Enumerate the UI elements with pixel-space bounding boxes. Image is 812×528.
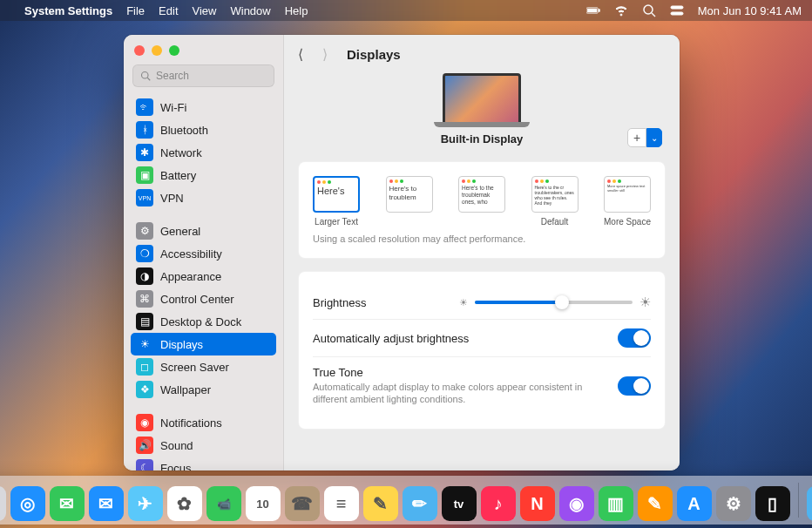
sidebar-item-label: Screen Saver	[160, 361, 229, 374]
forward-button[interactable]: ⟩	[322, 46, 336, 63]
dock-app-calendar[interactable]: 10	[246, 486, 281, 521]
menu-view[interactable]: View	[193, 4, 217, 17]
sidebar-item-screen-saver[interactable]: ◻Screen Saver	[131, 355, 276, 378]
dock-app-podcasts[interactable]: ◉	[559, 486, 594, 521]
brightness-row: Brightness ☀ ☀	[313, 286, 651, 320]
battery-status-icon[interactable]	[586, 3, 600, 17]
dock-app-safari[interactable]: ◎	[10, 486, 45, 521]
sidebar-item-network[interactable]: ✱Network	[131, 141, 276, 164]
dock-app-mail[interactable]: ✉	[89, 486, 124, 521]
titlebar: ⟨ ⟩ Displays	[284, 35, 680, 73]
sound-icon: 🔊	[136, 437, 153, 454]
menu-file[interactable]: File	[126, 4, 145, 17]
resolution-option-1[interactable]: Here's to troublem	[386, 176, 433, 227]
dock-app-music[interactable]: ♪	[481, 486, 516, 521]
sidebar-item-control-center[interactable]: ⌘Control Center	[131, 288, 276, 310]
dock-app-photos[interactable]: ✿	[167, 486, 202, 521]
svg-rect-1	[587, 9, 597, 12]
brightness-slider[interactable]	[475, 301, 633, 304]
auto-brightness-row: Automatically adjust brightness	[313, 320, 651, 357]
dock-app-notes[interactable]: ✎	[363, 486, 398, 521]
dock: ☺⊞◎✉✉✈✿📹10☎≡✎✏tv♪N◉▥✎A⚙▯⬇🗑	[0, 476, 812, 525]
display-name: Built-in Display	[301, 132, 662, 146]
sidebar-item-appearance[interactable]: ◑Appearance	[131, 265, 276, 288]
dock-app-numbers[interactable]: ▥	[599, 486, 633, 521]
resolution-option-0[interactable]: Here'sLarger Text	[313, 176, 360, 227]
resolution-option-2[interactable]: Here's to the troublemak ones, who	[458, 176, 505, 227]
spotlight-icon[interactable]	[642, 3, 656, 17]
back-button[interactable]: ⟨	[298, 46, 312, 63]
wifi-icon: ᯤ	[136, 98, 153, 116]
sidebar-item-label: Network	[160, 146, 202, 159]
battery-icon: ▣	[136, 166, 153, 184]
sidebar-item-wallpaper[interactable]: ❖Wallpaper	[131, 378, 276, 401]
dock-app-news[interactable]: N	[520, 486, 555, 521]
dock-app-facetime[interactable]: 📹	[206, 486, 241, 521]
sidebar-item-bluetooth[interactable]: ᚼBluetooth	[131, 118, 276, 141]
sidebar-item-label: Sound	[160, 439, 193, 452]
close-window-button[interactable]	[134, 45, 145, 56]
resolution-option-3[interactable]: Here's to the cr troublemakers, ones who…	[531, 176, 579, 227]
menubar: System Settings File Edit View Window He…	[0, 0, 812, 21]
resolution-option-4[interactable]: More space preview text smaller stillMor…	[604, 176, 651, 227]
control-center-icon[interactable]	[670, 3, 684, 17]
menu-help[interactable]: Help	[285, 4, 308, 17]
dock-app-reminders[interactable]: ≡	[324, 486, 359, 521]
sidebar: Search ᯤWi-FiᚼBluetooth✱Network▣BatteryV…	[124, 35, 284, 470]
dock-app-pages[interactable]: ✎	[638, 486, 673, 521]
svg-rect-6	[671, 12, 683, 15]
auto-brightness-toggle[interactable]	[618, 328, 651, 348]
sidebar-item-label: Focus	[160, 462, 191, 471]
sidebar-item-label: VPN	[160, 192, 184, 205]
appearance-icon: ◑	[136, 267, 153, 285]
sidebar-item-desktop-dock[interactable]: ▤Desktop & Dock	[131, 310, 276, 333]
resolution-card: Here'sLarger TextHere's to troublemHere'…	[298, 161, 666, 259]
dock-app-settings[interactable]: ⚙	[716, 486, 751, 521]
zoom-window-button[interactable]	[169, 45, 179, 56]
sidebar-item-battery[interactable]: ▣Battery	[131, 164, 276, 186]
true-tone-label: True Tone	[313, 366, 618, 379]
control-center-icon: ⌘	[136, 290, 153, 308]
display-settings-card: Brightness ☀ ☀ Automatically adjust brig…	[298, 271, 666, 430]
true-tone-row: True Tone Automatically adapt display to…	[313, 357, 651, 415]
minimize-window-button[interactable]	[152, 45, 162, 56]
sidebar-item-displays[interactable]: ☀Displays	[131, 333, 276, 355]
sidebar-item-sound[interactable]: 🔊Sound	[131, 434, 276, 457]
menu-edit[interactable]: Edit	[159, 4, 178, 17]
wifi-status-icon[interactable]	[614, 3, 628, 17]
dock-app-tv[interactable]: tv	[442, 486, 477, 521]
sidebar-item-general[interactable]: ⚙General	[131, 220, 276, 242]
search-input[interactable]: Search	[132, 64, 274, 87]
vpn-icon: VPN	[136, 189, 153, 206]
sidebar-item-vpn[interactable]: VPNVPN	[131, 186, 276, 209]
dock-app-launchpad[interactable]: ⊞	[0, 486, 6, 521]
displays-icon: ☀	[136, 335, 153, 353]
sidebar-item-focus[interactable]: ☾Focus	[131, 457, 276, 470]
brightness-label: Brightness	[313, 296, 459, 309]
dock-app-messages[interactable]: ✉	[50, 486, 85, 521]
sidebar-item-wifi[interactable]: ᯤWi-Fi	[131, 96, 276, 118]
true-tone-toggle[interactable]	[618, 376, 651, 396]
brightness-high-icon: ☀	[639, 294, 651, 310]
sidebar-item-notifications[interactable]: ◉Notifications	[131, 411, 276, 434]
add-display-dropdown[interactable]: ⌄	[646, 128, 662, 147]
add-display-button[interactable]: +	[627, 128, 646, 147]
datetime[interactable]: Mon Jun 10 9:41 AM	[698, 4, 802, 17]
dock-app-downloads[interactable]: ⬇	[807, 486, 813, 521]
sidebar-item-label: Wi-Fi	[160, 101, 186, 114]
dock-app-iphone-mirroring[interactable]: ▯	[755, 486, 790, 521]
dock-app-appstore[interactable]: A	[677, 486, 712, 521]
dock-app-freeform[interactable]: ✏	[403, 486, 437, 521]
screen-saver-icon: ◻	[136, 358, 153, 376]
dock-app-contacts[interactable]: ☎	[285, 486, 320, 521]
traffic-lights	[124, 42, 283, 64]
menu-window[interactable]: Window	[230, 4, 270, 17]
sidebar-item-accessibility[interactable]: ❍Accessibility	[131, 242, 276, 265]
app-menu[interactable]: System Settings	[24, 4, 112, 17]
svg-point-3	[644, 5, 653, 14]
svg-rect-2	[599, 10, 599, 12]
sidebar-item-label: Wallpaper	[160, 383, 211, 396]
sidebar-item-label: Accessibility	[160, 247, 222, 261]
resolution-label-0: Larger Text	[315, 217, 358, 227]
dock-app-maps[interactable]: ✈	[128, 486, 163, 521]
